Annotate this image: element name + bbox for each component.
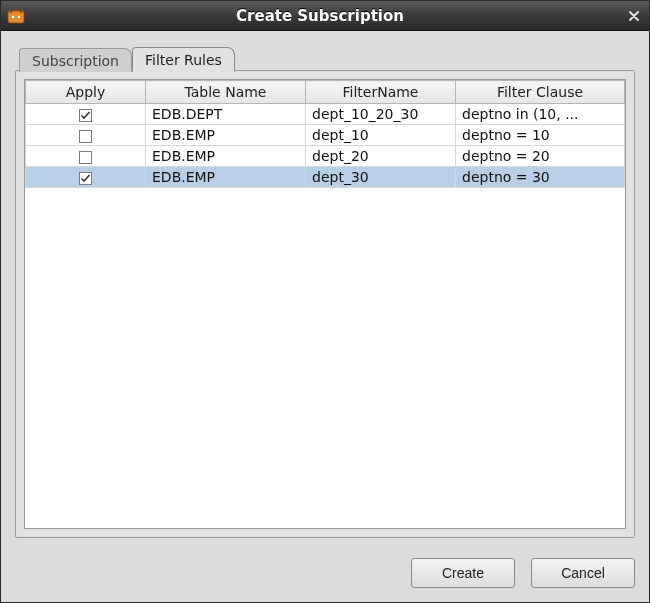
title-bar[interactable]: Create Subscription [1,1,649,31]
tab-label: Subscription [32,53,119,69]
svg-point-1 [12,15,15,18]
col-header-filter-clause[interactable]: Filter Clause [456,81,625,104]
table-empty-area[interactable] [25,188,625,528]
svg-rect-4 [80,130,92,142]
filter-clause-cell: deptno = 10 [456,125,625,146]
tab-panel-filter-rules: Apply Table Name FilterName Filter Claus… [15,70,635,538]
close-icon[interactable] [625,7,643,25]
dialog-footer: Create Cancel [1,548,649,602]
filter-name-cell: dept_20 [306,146,456,167]
table-row[interactable]: EDB.EMPdept_30deptno = 30 [26,167,625,188]
table-row[interactable]: EDB.EMPdept_20deptno = 20 [26,146,625,167]
apply-checkbox[interactable] [79,148,92,164]
filter-clause-cell: deptno = 20 [456,146,625,167]
table-name-cell: EDB.EMP [146,125,306,146]
cancel-button[interactable]: Cancel [531,558,635,588]
tab-filter-rules[interactable]: Filter Rules [132,47,235,72]
tab-strip: Subscription Filter Rules [15,45,635,71]
svg-point-2 [18,15,21,18]
filter-clause-cell: deptno in (10, ... [456,104,625,125]
table-row[interactable]: EDB.DEPTdept_10_20_30deptno in (10, ... [26,104,625,125]
col-header-filter-name[interactable]: FilterName [306,81,456,104]
filter-clause-cell: deptno = 30 [456,167,625,188]
apply-cell [26,167,146,188]
col-header-apply[interactable]: Apply [26,81,146,104]
apply-cell [26,125,146,146]
svg-rect-5 [80,151,92,163]
filter-name-cell: dept_10_20_30 [306,104,456,125]
filter-name-cell: dept_30 [306,167,456,188]
filter-name-cell: dept_10 [306,125,456,146]
table-name-cell: EDB.DEPT [146,104,306,125]
apply-cell [26,146,146,167]
create-button[interactable]: Create [411,558,515,588]
content-area: Subscription Filter Rules Apply Table Na… [1,31,649,548]
window-title: Create Subscription [33,7,607,25]
tab-subscription[interactable]: Subscription [19,48,132,72]
table-header-row: Apply Table Name FilterName Filter Claus… [26,81,625,104]
col-header-table-name[interactable]: Table Name [146,81,306,104]
tab-label: Filter Rules [145,52,222,68]
app-icon [7,7,25,25]
filter-rules-table: Apply Table Name FilterName Filter Claus… [25,80,625,188]
table-name-cell: EDB.EMP [146,146,306,167]
table-name-cell: EDB.EMP [146,167,306,188]
apply-checkbox[interactable] [79,127,92,143]
apply-cell [26,104,146,125]
apply-checkbox[interactable] [79,106,92,122]
table-row[interactable]: EDB.EMPdept_10deptno = 10 [26,125,625,146]
apply-checkbox[interactable] [79,169,92,185]
filter-rules-table-wrap: Apply Table Name FilterName Filter Claus… [24,79,626,529]
dialog-window: Create Subscription Subscription Filter … [0,0,650,603]
